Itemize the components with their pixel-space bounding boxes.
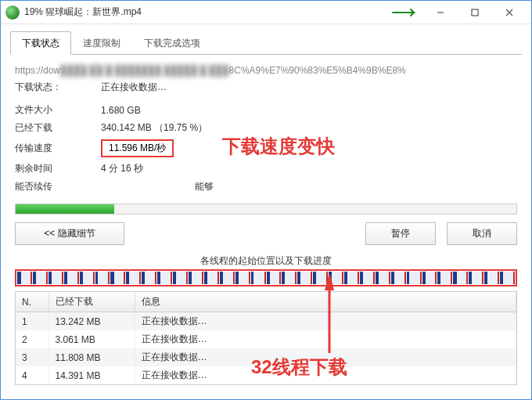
table-row[interactable]: 414.391 MB正在接收数据…	[16, 366, 516, 384]
thread-segment	[189, 272, 204, 284]
thread-segment	[422, 272, 438, 284]
thread-segment	[204, 272, 220, 284]
downloaded-value: 340.142 MB （19.75 %）	[101, 121, 517, 135]
thread-segment	[80, 272, 95, 284]
dl-status-value: 正在接收数据…	[101, 81, 517, 94]
col-downloaded[interactable]: 已经下载	[49, 292, 135, 312]
thread-segment	[95, 272, 111, 284]
thread-segment	[126, 272, 142, 284]
cancel-button[interactable]: 取消	[447, 222, 517, 245]
thread-segment	[437, 272, 453, 284]
maximize-button[interactable]	[458, 2, 492, 23]
minimize-button[interactable]	[423, 2, 458, 23]
window-title: 19% 猩球崛起：新世界.mp4	[24, 5, 392, 19]
overall-progress-fill	[16, 204, 114, 214]
thread-segment	[360, 272, 376, 284]
col-info[interactable]: 信息	[135, 292, 516, 312]
pause-button[interactable]: 暂停	[365, 222, 436, 245]
thread-segment	[376, 272, 391, 284]
table-row[interactable]: 113.242 MB正在接收数据…	[16, 312, 516, 331]
thread-segment	[142, 272, 157, 284]
tab-speed-limit[interactable]: 速度限制	[71, 31, 132, 55]
thread-segment	[329, 272, 344, 284]
thread-segment	[453, 272, 469, 284]
thread-segment	[407, 272, 422, 284]
dl-status-label: 下载状态：	[15, 81, 101, 94]
titlebar: 19% 猩球崛起：新世界.mp4	[1, 1, 531, 24]
app-logo-icon	[5, 5, 20, 20]
thread-segment	[173, 272, 189, 284]
url-prefix: https://dow	[15, 65, 60, 76]
resume-value: 能够	[101, 180, 517, 193]
thread-segment	[251, 272, 267, 284]
threads-table[interactable]: N. 已经下载 信息 113.242 MB正在接收数据…23.061 MB正在接…	[15, 291, 517, 385]
table-row[interactable]: 511.698 MB正在接收数据…	[16, 384, 516, 385]
downloaded-label: 已经下载	[15, 121, 101, 135]
svg-rect-0	[472, 9, 478, 16]
thread-segment	[469, 272, 484, 284]
thread-segment	[313, 272, 329, 284]
thread-segment	[157, 272, 173, 284]
speed-value: 11.596 MB/秒	[101, 139, 174, 157]
thread-segment	[220, 272, 235, 284]
close-button[interactable]	[492, 2, 527, 23]
thread-segment	[64, 272, 80, 284]
threads-header: 各线程的起始位置以及下载进度	[10, 254, 522, 268]
thread-segment	[267, 272, 282, 284]
download-arrow-icon	[392, 8, 415, 17]
tabs: 下载状态 速度限制 下载完成选项	[10, 31, 522, 55]
tab-download-status[interactable]: 下载状态	[10, 31, 71, 55]
table-row[interactable]: 311.808 MB正在接收数据…	[16, 348, 516, 366]
thread-segment	[391, 272, 407, 284]
filesize-label: 文件大小	[15, 103, 101, 117]
thread-segment	[484, 272, 500, 284]
tab-complete-options[interactable]: 下载完成选项	[132, 31, 212, 55]
url-blurred: ████ ██ █ ███████ █████ █ ███	[60, 65, 229, 76]
thread-segment	[500, 272, 515, 284]
thread-segment	[33, 272, 49, 284]
col-n[interactable]: N.	[16, 292, 49, 312]
eta-value: 4 分 16 秒	[101, 162, 517, 175]
thread-segment	[49, 272, 64, 284]
threads-progress-bar	[17, 272, 515, 284]
thread-segment	[110, 272, 126, 284]
speed-label: 传输速度	[15, 142, 101, 155]
thread-segment	[297, 272, 313, 284]
url-suffix: 8C%A9%E7%90%83%E5%B4%9B%E8%	[229, 65, 406, 76]
overall-progress-bar	[15, 204, 517, 214]
hide-details-button[interactable]: << 隐藏细节	[15, 222, 124, 245]
resume-label: 能否续传	[15, 180, 101, 193]
filesize-value: 1.680 GB	[101, 105, 517, 116]
eta-label: 剩余时间	[15, 162, 101, 175]
thread-segment	[344, 272, 360, 284]
threads-progress-bar-outline	[15, 269, 517, 286]
thread-segment	[235, 272, 251, 284]
table-row[interactable]: 23.061 MB正在接收数据…	[16, 330, 516, 348]
thread-segment	[282, 272, 297, 284]
thread-segment	[17, 272, 33, 284]
